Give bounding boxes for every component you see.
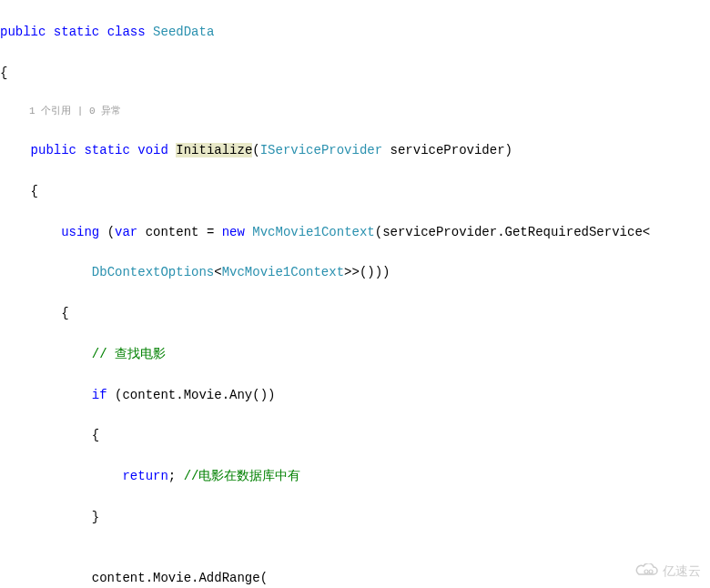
code-line: content.Movie.AddRange( bbox=[0, 568, 710, 588]
code-line: { bbox=[0, 181, 710, 201]
code-line: DbContextOptions<MvcMovie1Context>>())) bbox=[0, 262, 710, 282]
code-line: // 查找电影 bbox=[0, 344, 710, 364]
watermark-text: 亿速云 bbox=[663, 561, 701, 581]
code-line: } bbox=[0, 507, 710, 527]
svg-point-0 bbox=[644, 570, 648, 573]
svg-point-1 bbox=[649, 570, 653, 573]
watermark: 亿速云 bbox=[634, 561, 701, 581]
code-line: { bbox=[0, 425, 710, 445]
code-editor[interactable]: public static class SeedData { 1 个引用 | 0… bbox=[0, 0, 710, 588]
codelens-annotation[interactable]: 1 个引用 | 0 异常 bbox=[0, 104, 710, 120]
code-line: { bbox=[0, 63, 710, 83]
code-line: return; //电影在数据库中有 bbox=[0, 466, 710, 486]
cloud-icon bbox=[634, 563, 659, 578]
code-line: public static class SeedData bbox=[0, 22, 710, 42]
method-name-highlighted: Initialize bbox=[176, 143, 252, 157]
code-line: using (var content = new MvcMovie1Contex… bbox=[0, 222, 710, 242]
code-line: public static void Initialize(IServicePr… bbox=[0, 140, 710, 160]
code-line: { bbox=[0, 303, 710, 323]
code-line: if (content.Movie.Any()) bbox=[0, 385, 710, 405]
